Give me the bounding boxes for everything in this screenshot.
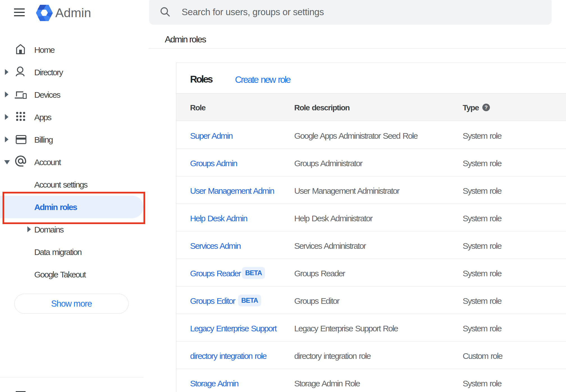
- svg-text:?: ?: [485, 105, 488, 110]
